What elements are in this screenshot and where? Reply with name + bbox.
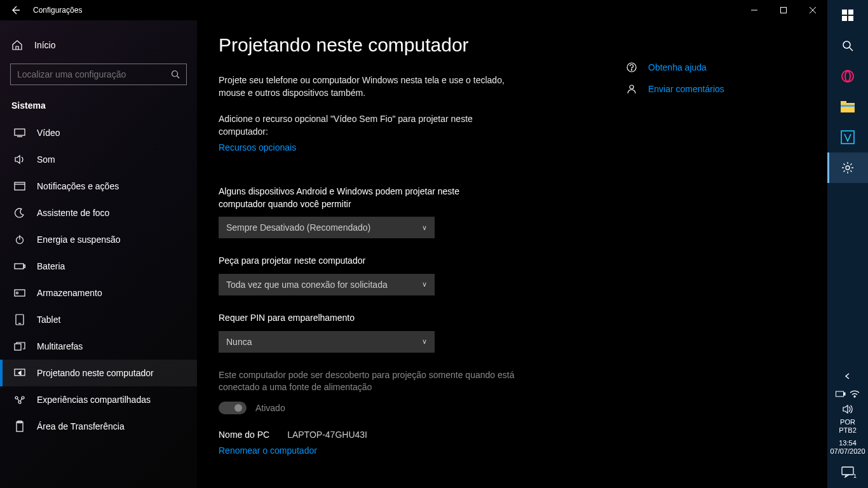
pin-dropdown[interactable]: Nunca ∨ xyxy=(219,331,435,353)
svg-point-4 xyxy=(172,71,178,77)
sidebar-item-label: Área de Transferência xyxy=(37,421,125,431)
optional-features-link[interactable]: Recursos opcionais xyxy=(219,142,296,152)
tray-wifi-icon[interactable] xyxy=(850,389,860,399)
discoverable-toggle[interactable] xyxy=(219,402,247,414)
svg-rect-31 xyxy=(848,16,853,21)
svg-point-35 xyxy=(845,71,850,81)
sidebar-item-tablet[interactable]: Tablet xyxy=(0,306,197,333)
sidebar-item-video[interactable]: Vídeo xyxy=(0,119,197,146)
sidebar-item-projecting[interactable]: Projetando neste computador xyxy=(0,360,197,386)
get-help-link[interactable]: Obtenha ajuda xyxy=(625,61,797,74)
svg-line-5 xyxy=(177,76,180,79)
svg-rect-30 xyxy=(842,16,847,21)
maximize-button[interactable] xyxy=(769,0,798,20)
notification-count: 1 xyxy=(853,473,857,479)
rename-pc-link[interactable]: Renomear o computador xyxy=(219,445,317,456)
sidebar-item-label: Vídeo xyxy=(37,128,60,138)
sidebar-item-label: Bateria xyxy=(37,261,65,271)
sidebar-item-label: Assistente de foco xyxy=(37,208,109,218)
taskbar-search-button[interactable] xyxy=(827,30,868,61)
power-note: Este computador pode ser descoberto para… xyxy=(219,369,517,394)
toggle-state-label: Ativado xyxy=(255,403,285,413)
tray-language[interactable]: POR PTB2 xyxy=(839,417,857,436)
feedback-icon xyxy=(625,83,638,95)
action-center-button[interactable]: 1 xyxy=(827,459,868,485)
taskbar-app-explorer[interactable] xyxy=(827,92,868,122)
start-button[interactable] xyxy=(827,0,868,30)
ask-dropdown[interactable]: Toda vez que uma conexão for solicitada … xyxy=(219,274,435,295)
ask-dropdown-value: Toda vez que uma conexão for solicitada xyxy=(226,280,388,290)
sidebar-item-label: Multitarefas xyxy=(37,341,83,351)
taskbar-app-v[interactable] xyxy=(827,122,868,152)
sidebar-home-label: Início xyxy=(34,40,55,50)
sidebar-item-multitasking[interactable]: Multitarefas xyxy=(0,333,197,360)
svg-point-32 xyxy=(843,41,850,48)
sidebar-item-power[interactable]: Energia e suspensão xyxy=(0,226,197,253)
sidebar-item-sound[interactable]: Som xyxy=(0,146,197,173)
pc-name-value: LAPTOP-47GHU43I xyxy=(287,430,367,440)
sidebar-item-battery[interactable]: Bateria xyxy=(0,253,197,280)
svg-rect-29 xyxy=(848,10,853,15)
svg-rect-42 xyxy=(844,393,845,395)
svg-point-26 xyxy=(631,69,632,70)
search-input[interactable] xyxy=(17,69,171,79)
permit-dropdown[interactable]: Sempre Desativado (Recomendado) ∨ xyxy=(219,217,435,238)
svg-point-43 xyxy=(854,396,855,397)
svg-rect-1 xyxy=(781,8,787,13)
sidebar-item-label: Experiências compartilhadas xyxy=(37,395,151,405)
pc-name-label: Nome do PC xyxy=(219,430,269,440)
ask-label: Peça para projetar neste computador xyxy=(219,255,505,268)
get-help-label: Obtenha ajuda xyxy=(648,62,707,72)
svg-rect-6 xyxy=(15,129,25,135)
sidebar-item-notifications[interactable]: Notificações e ações xyxy=(0,173,197,200)
chevron-down-icon: ∨ xyxy=(422,224,427,232)
power-icon xyxy=(14,234,25,245)
taskbar-app-opera[interactable] xyxy=(827,61,868,92)
svg-rect-41 xyxy=(836,391,844,396)
chevron-down-icon: ∨ xyxy=(422,280,427,288)
multitasking-icon xyxy=(14,341,25,352)
taskbar: POR PTB2 13:54 07/07/2020 1 xyxy=(827,0,868,488)
chevron-down-icon: ∨ xyxy=(422,337,427,346)
sidebar-home[interactable]: Início xyxy=(0,33,197,57)
help-icon xyxy=(625,61,638,74)
display-icon xyxy=(14,127,25,139)
titlebar: Configurações xyxy=(0,0,827,20)
search-box[interactable] xyxy=(10,64,187,85)
svg-rect-13 xyxy=(24,265,25,268)
right-rail: Obtenha ajuda Enviar comentários xyxy=(625,34,797,488)
close-button[interactable] xyxy=(798,0,827,20)
back-button[interactable] xyxy=(10,5,20,15)
tray-lang-2: PTB2 xyxy=(839,426,857,435)
sidebar-item-label: Energia e suspensão xyxy=(37,234,121,245)
battery-icon xyxy=(14,261,25,272)
tray-date: 07/07/2020 xyxy=(830,447,865,456)
sidebar-item-clipboard[interactable]: Área de Transferência xyxy=(0,413,197,440)
tray-clock[interactable]: 13:54 07/07/2020 xyxy=(830,437,865,459)
storage-icon xyxy=(14,287,25,299)
sound-icon xyxy=(14,154,25,165)
moon-icon xyxy=(14,207,25,219)
intro-text: Projete seu telefone ou computador Windo… xyxy=(219,74,517,100)
sidebar: Início Sistema Vídeo Som Notificações e … xyxy=(0,20,197,488)
sidebar-item-storage[interactable]: Armazenamento xyxy=(0,280,197,306)
svg-point-27 xyxy=(630,85,634,89)
svg-point-21 xyxy=(22,396,24,399)
sidebar-item-shared-experiences[interactable]: Experiências compartilhadas xyxy=(0,386,197,413)
projecting-icon xyxy=(14,367,25,379)
minimize-button[interactable] xyxy=(740,0,769,20)
tray-battery-icon[interactable] xyxy=(836,389,846,399)
tray-row xyxy=(827,386,868,402)
sidebar-item-focus-assist[interactable]: Assistente de foco xyxy=(0,200,197,226)
taskbar-app-settings[interactable] xyxy=(827,152,868,183)
tray-volume-icon[interactable] xyxy=(843,404,853,414)
tray-expand-button[interactable] xyxy=(827,366,868,386)
tray-time: 13:54 xyxy=(830,439,865,448)
svg-point-22 xyxy=(18,401,21,403)
main-content: Projetando neste computador Projete seu … xyxy=(197,20,827,488)
svg-line-33 xyxy=(850,48,853,51)
search-icon xyxy=(171,70,180,79)
give-feedback-link[interactable]: Enviar comentários xyxy=(625,83,797,95)
svg-rect-36 xyxy=(841,103,855,112)
sidebar-item-label: Notificações e ações xyxy=(37,181,119,191)
